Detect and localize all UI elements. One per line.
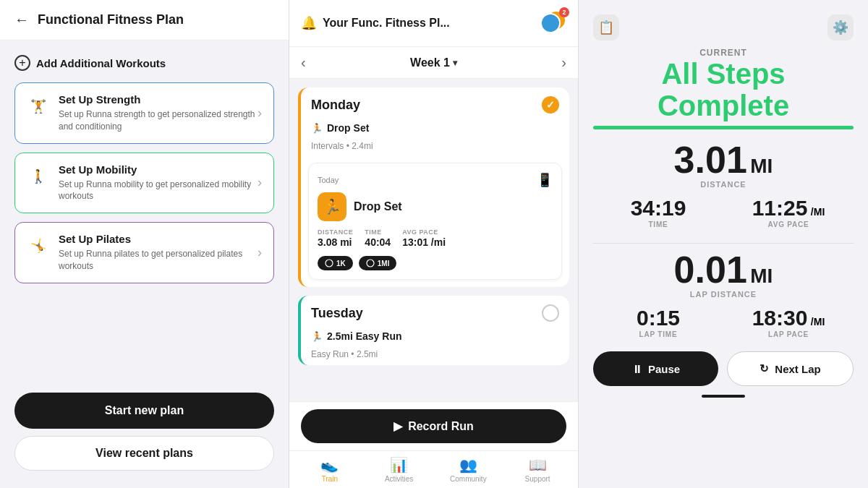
avg-pace-stat: 11:25 /MI AVG PACE (723, 197, 854, 228)
nav-activities[interactable]: 📊 Activities (365, 453, 434, 486)
pilates-desc: Set up Runna pilates to get personalized… (59, 248, 258, 273)
progress-bar (593, 126, 854, 129)
tuesday-workout-row: 🏃 2.5mi Easy Run (301, 328, 569, 349)
strength-info: Set Up Strength Set up Runna strength to… (59, 93, 258, 133)
lap-time-value: 0:15 (593, 307, 723, 329)
lap-pace-label: LAP PACE (723, 330, 854, 338)
week-next-button[interactable]: › (561, 54, 566, 71)
pilates-icon: 🤸 (27, 234, 50, 257)
tuesday-section: Tuesday 🏃 2.5mi Easy Run Easy Run • 2.5m… (298, 296, 569, 365)
record-run-label: Record Run (408, 420, 474, 433)
mobility-icon: 🚶 (27, 165, 50, 188)
tuesday-workout-detail: Easy Run • 2.5mi (301, 349, 569, 365)
svg-point-0 (326, 260, 333, 267)
record-run-button[interactable]: ▶ Record Run (301, 409, 566, 443)
add-workouts-button[interactable]: + Add Additional Workouts (14, 55, 274, 71)
distance-stat: 3.01 MI DISTANCE (593, 141, 854, 189)
pilates-card[interactable]: 🤸 Set Up Pilates Set up Runna pilates to… (14, 222, 274, 283)
stat-pace: AVG PACE 13:01 /mi (402, 228, 446, 249)
tuesday-header: Tuesday (301, 296, 569, 328)
distance-value: 3.01 (674, 139, 747, 181)
monday-header: Monday ✓ (301, 87, 569, 119)
pace-value: 13:01 /mi (402, 236, 446, 248)
clipboard-icon[interactable]: 📋 (593, 14, 619, 40)
lap-distance-stat: 0.01 MI LAP DISTANCE (593, 251, 854, 299)
mobility-title: Set Up Mobility (59, 163, 258, 176)
monday-workout-row: 🏃 Drop Set (301, 119, 569, 141)
lap-time-label: LAP TIME (593, 330, 723, 338)
lap-pace-unit: /MI (811, 316, 825, 328)
view-recent-button[interactable]: View recent plans (14, 436, 274, 471)
panel-tracking: 📋 ⚙️ CURRENT All Steps Complete 3.01 MI … (579, 0, 868, 488)
badge-1k: 1K (318, 256, 353, 270)
today-card[interactable]: Today 📱 🏃 Drop Set DISTANCE 3.08 mi TIME… (308, 163, 562, 280)
next-lap-icon: ↻ (760, 362, 769, 375)
time-value: 34:19 (593, 197, 723, 219)
today-stats: DISTANCE 3.08 mi TIME 40:04 AVG PACE 13:… (318, 228, 553, 249)
week-label[interactable]: Week 1 ▾ (410, 56, 457, 69)
home-indicator (702, 395, 745, 398)
time-label: TIME (365, 228, 391, 236)
strength-icon: 🏋️ (27, 95, 50, 118)
bell-icon[interactable]: 🔔 (301, 15, 317, 31)
tracking-buttons: ⏸ Pause ↻ Next Lap (593, 351, 854, 386)
community-icon: 👥 (459, 456, 477, 474)
mobility-card-left: 🚶 Set Up Mobility Set up Runna mobility … (27, 163, 258, 203)
avatar-badge: 2 (559, 7, 569, 17)
panel3-top: 📋 ⚙️ (593, 14, 854, 40)
back-button[interactable]: ← (14, 12, 29, 28)
mobility-card[interactable]: 🚶 Set Up Mobility Set up Runna mobility … (14, 153, 274, 214)
distance-label: DISTANCE (593, 180, 854, 189)
train-icon: 👟 (320, 456, 339, 474)
monday-check-icon: ✓ (542, 96, 559, 114)
lap-distance-unit: MI (750, 265, 773, 287)
lap-pace-value: 18:30 (752, 306, 808, 330)
today-card-header: Today 📱 (318, 172, 553, 188)
lap-pace-stat: 18:30 /MI LAP PACE (723, 307, 854, 338)
nav-support[interactable]: 📖 Support (503, 453, 572, 486)
strength-card-left: 🏋️ Set Up Strength Set up Runna strength… (27, 93, 258, 133)
pause-button[interactable]: ⏸ Pause (593, 351, 718, 386)
stat-time: TIME 40:04 (365, 228, 391, 249)
panel1-body: + Add Additional Workouts 🏋️ Set Up Stre… (0, 40, 289, 381)
panel-fitness-plan: ← Functional Fitness Plan + Add Addition… (0, 0, 289, 488)
mobility-chevron-icon: › (258, 175, 262, 190)
train-label: Train (322, 475, 338, 483)
pause-icon: ⏸ (631, 363, 642, 375)
run-icon: 🏃 (311, 123, 323, 134)
pilates-title: Set Up Pilates (59, 233, 258, 245)
avatar-stack[interactable]: 2 (540, 10, 566, 36)
today-workout-name: Drop Set (354, 200, 402, 213)
strength-desc: Set up Runna strength to get personalize… (59, 108, 258, 133)
support-icon: 📖 (529, 456, 547, 474)
svg-point-1 (367, 260, 374, 267)
tuesday-workout-type: 2.5mi Easy Run (327, 330, 402, 342)
start-plan-button[interactable]: Start new plan (14, 393, 274, 429)
strength-card[interactable]: 🏋️ Set Up Strength Set up Runna strength… (14, 82, 274, 144)
achievement-badges: 1K 1MI (318, 256, 553, 270)
mobility-desc: Set up Runna mobility to get personalize… (59, 179, 258, 203)
pilates-chevron-icon: › (258, 245, 262, 260)
nav-train[interactable]: 👟 Train (295, 453, 365, 486)
strength-title: Set Up Strength (59, 93, 258, 106)
nav-community[interactable]: 👥 Community (434, 453, 503, 486)
time-pace-row: 34:19 TIME 11:25 /MI AVG PACE (593, 197, 854, 228)
week-navigation: ‹ Week 1 ▾ › (289, 47, 578, 79)
run-icon-2: 🏃 (311, 331, 323, 342)
monday-label: Monday (311, 98, 360, 113)
next-lap-label: Next Lap (775, 363, 820, 375)
pause-label: Pause (648, 363, 680, 375)
pilates-card-left: 🤸 Set Up Pilates Set up Runna pilates to… (27, 233, 258, 273)
settings-icon[interactable]: ⚙️ (827, 14, 854, 40)
today-label: Today (318, 176, 339, 184)
avg-pace-unit: /MI (811, 206, 825, 218)
next-lap-button[interactable]: ↻ Next Lap (727, 351, 854, 386)
time-stat: 34:19 TIME (593, 197, 723, 228)
pace-label: AVG PACE (402, 228, 446, 236)
week-prev-button[interactable]: ‹ (301, 54, 306, 71)
distance-value: 3.08 mi (318, 236, 352, 248)
activities-icon: 📊 (390, 456, 408, 474)
distance-unit: MI (750, 155, 773, 177)
panel1-buttons: Start new plan View recent plans (0, 381, 289, 488)
support-label: Support (525, 475, 550, 483)
